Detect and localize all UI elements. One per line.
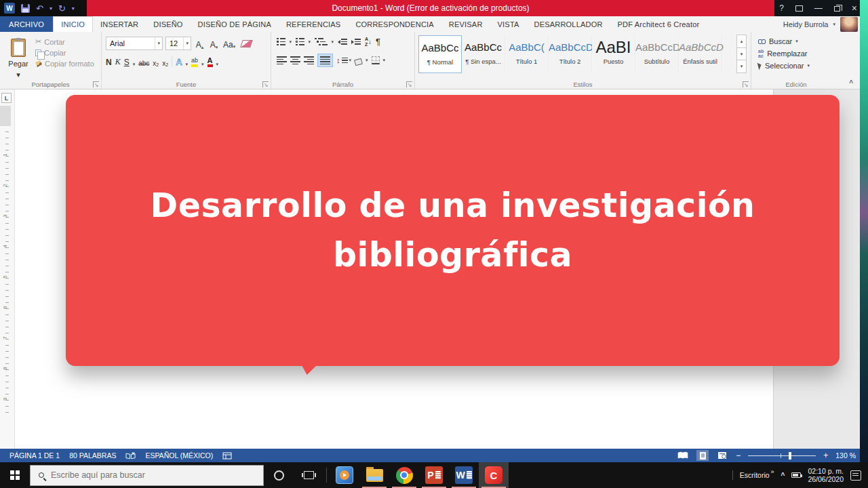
notification-center-icon[interactable] [850,470,861,481]
styles-dialog-launcher[interactable]: ↘ [743,81,749,87]
page-indicator[interactable]: PÁGINA 1 DE 1 [9,451,60,460]
show-marks-icon[interactable]: ¶ [376,37,380,47]
style-normal[interactable]: AaBbCc ¶ Normal [418,35,462,73]
redo-icon[interactable]: ↻ [58,4,66,13]
style-subtitulo[interactable]: AaBbCcD Subtítulo [635,35,679,73]
text-effects-button[interactable]: A [176,57,182,67]
find-button[interactable]: Buscar ▾ [758,37,810,45]
tab-vista[interactable]: VISTA [490,16,527,32]
tab-insertar[interactable]: INSERTAR [93,16,146,32]
chrome-button[interactable] [389,462,419,488]
minimize-icon[interactable]: — [814,3,823,13]
styles-more-icon[interactable]: ▾ [736,60,747,73]
tab-inicio[interactable]: INICIO [53,16,93,32]
tab-correspondencia[interactable]: CORRESPONDENCIA [348,16,441,32]
hidden-icons-chevron[interactable]: ^ [781,472,785,479]
undo-dropdown-icon[interactable]: ▾ [50,5,52,12]
superscript-button[interactable]: x2 [162,60,168,67]
read-mode-icon[interactable] [677,450,689,461]
bold-button[interactable]: N [106,58,112,67]
replace-button[interactable]: abac Reemplazar [758,49,810,58]
font-name-dropdown-icon[interactable]: ▾ [155,37,162,49]
align-right-icon[interactable] [304,56,314,64]
style-titulo-1[interactable]: AaBbC( Título 1 [505,35,549,73]
battery-icon[interactable] [791,472,801,478]
bullets-icon[interactable] [277,38,285,46]
tab-revisar[interactable]: REVISAR [441,16,490,32]
start-button[interactable] [0,462,30,488]
search-input[interactable] [51,470,241,480]
change-case-button[interactable]: Aa▾ [222,37,236,49]
zoom-in-icon[interactable]: + [823,451,828,460]
cortana-button[interactable] [264,462,294,488]
select-button[interactable]: Seleccionar ▾ [758,62,810,70]
font-dialog-launcher[interactable]: ↘ [262,81,269,87]
sort-icon[interactable]: AZ ↓ [365,37,372,47]
camtasia-button[interactable]: C [479,462,509,488]
tab-selector[interactable]: L [1,93,12,103]
desktop-toolbar[interactable]: Escritorio » [740,471,774,479]
collapse-ribbon-icon[interactable]: ^ [849,79,853,87]
italic-button[interactable]: K [115,57,121,67]
style-sin-espaciado[interactable]: AaBbCc ¶ Sin espa... [462,35,505,73]
paste-button[interactable]: Pegar ▾ [4,36,33,79]
align-center-icon[interactable] [290,56,300,64]
proofing-icon[interactable] [125,451,136,460]
user-menu-dropdown-icon[interactable]: ▾ [833,22,835,27]
style-puesto[interactable]: AaBI Puesto [592,35,635,73]
justify-button-selected[interactable] [317,54,333,67]
macro-icon[interactable] [222,452,232,460]
clock[interactable]: 02:10 p. m. 26/06/2020 [808,467,844,483]
format-painter-button[interactable]: Copiar formato [35,60,94,68]
tab-pdf-architect[interactable]: PDF Architect 6 Creator [610,16,707,32]
shrink-font-button[interactable]: A▾ [208,37,220,49]
language-indicator[interactable]: ESPAÑOL (MÉXICO) [145,451,213,460]
clear-formatting-icon[interactable] [240,40,253,47]
underline-dropdown-icon[interactable]: ▾ [133,62,136,67]
tab-diseno[interactable]: DISEÑO [146,16,190,32]
word-count[interactable]: 80 PALABRAS [69,451,116,460]
cut-button[interactable]: ✂ Cortar [35,37,94,46]
user-name[interactable]: Heidy Burrola [783,20,829,28]
align-left-icon[interactable] [277,56,287,64]
zoom-slider[interactable] [748,455,816,456]
clipboard-dialog-launcher[interactable]: ↘ [93,81,99,87]
styles-scroll-down-icon[interactable]: ▾ [736,47,747,61]
tab-diseno-de-pagina[interactable]: DISEÑO DE PÁGINA [191,16,279,32]
user-avatar[interactable] [840,17,858,32]
multilevel-list-icon[interactable] [315,38,328,46]
highlight-dropdown-icon[interactable]: ▾ [201,62,204,67]
subscript-button[interactable]: x2 [153,60,159,67]
print-layout-icon[interactable] [696,450,709,461]
undo-icon[interactable]: ↶ [36,4,43,13]
customize-qat-icon[interactable]: ▾ [72,5,75,12]
zoom-slider-thumb[interactable] [789,452,791,460]
increase-indent-icon[interactable] [351,39,361,45]
help-icon[interactable]: ? [779,3,784,13]
font-color-button[interactable]: A [208,56,213,67]
tab-referencias[interactable]: REFERENCIAS [279,16,348,32]
numbering-icon[interactable] [296,38,304,46]
task-view-button[interactable] [294,462,323,488]
font-size-combo[interactable]: 12 ▾ [165,37,191,50]
font-size-dropdown-icon[interactable]: ▾ [183,37,191,49]
style-titulo-2[interactable]: AaBbCcD Título 2 [549,35,592,73]
strikethrough-button[interactable]: abc [138,60,149,67]
word-button[interactable]: W [449,462,479,488]
font-color-dropdown-icon[interactable]: ▾ [216,62,219,67]
paste-dropdown-icon[interactable]: ▾ [16,70,20,79]
tab-archivo[interactable]: ARCHIVO [0,16,53,32]
powerpoint-button[interactable]: P [419,462,449,488]
ribbon-display-options-icon[interactable] [795,5,803,12]
save-icon[interactable] [21,4,30,13]
zoom-percentage[interactable]: 130 % [835,451,856,460]
decrease-indent-icon[interactable] [338,39,347,45]
highlight-button[interactable]: ab [191,58,198,67]
close-icon[interactable]: × [852,3,857,14]
borders-icon[interactable] [372,56,380,64]
grow-font-button[interactable]: A▴ [194,37,205,49]
restore-icon[interactable] [834,6,840,12]
zoom-out-icon[interactable]: − [736,451,741,460]
tab-desarrollador[interactable]: DESARROLLADOR [527,16,610,32]
file-explorer-button[interactable] [359,462,389,488]
